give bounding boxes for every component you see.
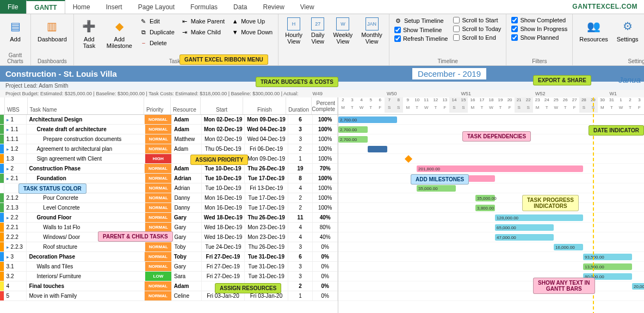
brand: GANTTEXCEL.COM bbox=[566, 0, 644, 14]
week-label: W49 bbox=[312, 91, 323, 96]
gear-icon: ⚙ bbox=[619, 17, 636, 35]
gantt-bar[interactable]: 128,000.00 bbox=[495, 214, 583, 221]
timeline-row bbox=[338, 144, 644, 154]
timeline-row: 201,800.00 bbox=[338, 164, 644, 174]
scroll-end-check[interactable]: Scroll to End bbox=[451, 34, 503, 41]
callout-track-budgets: TRACK BUDGETS & COSTS bbox=[256, 77, 338, 87]
hourly-view-button[interactable]: HHourly View bbox=[282, 16, 306, 46]
table-row[interactable]: ▸1.1Create draft of architectureNORMALAd… bbox=[0, 125, 338, 134]
table-row[interactable]: ▸1Architectural DesignNORMALAdamMon 02-D… bbox=[0, 115, 338, 125]
edit-button[interactable]: ✎Edit bbox=[138, 16, 177, 26]
calendar-icon: JAN bbox=[366, 17, 379, 30]
table-row[interactable]: 1.3Sign agreement with ClientHIGH-19Mon … bbox=[0, 154, 338, 164]
tab-formulas[interactable]: Formulas bbox=[183, 0, 226, 14]
calendar-icon: W bbox=[336, 17, 349, 30]
callout-show-text: SHOW ANY TEXT IN GANTT BARS bbox=[533, 278, 595, 294]
daily-view-button[interactable]: 27Daily View bbox=[308, 16, 327, 46]
gantt-bar[interactable]: 3,800.00 bbox=[475, 205, 495, 211]
make-parent-button[interactable]: ⇤Make Parent bbox=[179, 16, 227, 26]
tab-home[interactable]: Home bbox=[65, 0, 98, 14]
timeline-row: 73,800.00 bbox=[338, 174, 644, 183]
minus-icon: − bbox=[140, 39, 147, 47]
gantt-bar[interactable]: 16,000.00 bbox=[554, 244, 583, 250]
callout-assign-resources: ASSIGN RESOURCES bbox=[215, 283, 281, 293]
gantt-bar[interactable]: 35,000.00 bbox=[417, 185, 456, 192]
table-row[interactable]: 4Final touchesNORMALAdam02-Jan-2020% bbox=[0, 281, 338, 291]
table-header: WBS Task Name Priority Resource Start Fi… bbox=[0, 97, 338, 115]
week-label: W51 bbox=[461, 91, 471, 96]
timeline-row: 35,000.00 bbox=[338, 183, 644, 193]
timeline-row: 13,500.00 bbox=[338, 262, 644, 272]
show-completed-check[interactable]: Show Completed bbox=[510, 16, 569, 24]
chart-icon: ▤ bbox=[7, 17, 24, 35]
table-row[interactable]: 2.1.2Pour ConcreteNORMALDannyMon 16-Dec-… bbox=[0, 193, 338, 203]
dashboard-button[interactable]: ▥Dashboard bbox=[34, 16, 70, 44]
tab-gantt[interactable]: GANTT bbox=[26, 0, 65, 14]
table-row[interactable]: ▸1.2Agreement to architectural planNORMA… bbox=[0, 144, 338, 154]
refresh-timeline-check[interactable]: Refresh Timeline bbox=[393, 35, 450, 42]
tab-page-layout[interactable]: Page Layout bbox=[131, 0, 183, 14]
ribbon: ▤Add Gantt Charts ▥Dashboard Dashboards … bbox=[0, 14, 644, 66]
tab-file[interactable]: File bbox=[0, 0, 26, 14]
table-row[interactable]: ▸2.2Ground FloorNORMALGaryWed 18-Dec-19T… bbox=[0, 213, 338, 223]
timeline-row bbox=[338, 154, 644, 164]
gantt-bar[interactable] bbox=[368, 146, 387, 152]
timeline-row: 80,000.00 bbox=[338, 272, 644, 281]
calendar-icon: 27 bbox=[311, 17, 324, 30]
gantt-bar[interactable]: 201,800.00 bbox=[417, 165, 583, 172]
show-planned-check[interactable]: Show Planned bbox=[510, 34, 569, 41]
gantt-bar[interactable]: 13,500.00 bbox=[583, 263, 632, 270]
gantt-bar[interactable]: 65,000.00 bbox=[495, 224, 554, 231]
weekly-view-button[interactable]: WWeekly View bbox=[330, 16, 356, 46]
milestone-diamond[interactable] bbox=[405, 155, 412, 163]
diamond-icon: ◆ bbox=[110, 17, 128, 35]
table-row[interactable]: 2.1.3Level ConcreteNORMALDannyMon 16-Dec… bbox=[0, 203, 338, 213]
scroll-today-check[interactable]: Scroll to Today bbox=[451, 25, 503, 33]
timeline-next-month: Janua bbox=[618, 75, 641, 84]
setup-timeline-button[interactable]: ⚙Setup Timeline bbox=[393, 16, 450, 25]
show-inprogress-check[interactable]: Show In Progress bbox=[510, 25, 569, 33]
timeline-row: 65,000.00 bbox=[338, 223, 644, 232]
monthly-view-button[interactable]: JANMonthly View bbox=[358, 16, 386, 46]
timeline-row: 2,700.00 bbox=[338, 115, 644, 125]
people-icon: 👥 bbox=[585, 17, 602, 35]
table-row[interactable]: 3.2Interiors/ FurnitureLOWSaraFri 27-Dec… bbox=[0, 272, 338, 281]
project-title: Construction - St. Louis Villa bbox=[5, 69, 117, 78]
table-row[interactable]: ▸2Construction PhaseNORMALAdamTue 10-Dec… bbox=[0, 164, 338, 174]
table-row[interactable]: 5Move in with FamilyNORMALCelineFri 03-J… bbox=[0, 291, 338, 301]
gantt-bar[interactable]: 93,500.00 bbox=[583, 254, 632, 260]
callout-export-share: EXPORT & SHARE bbox=[533, 75, 591, 85]
table-row[interactable]: ▸2.1FoundationNORMALAdrianTue 10-Dec-19T… bbox=[0, 174, 338, 183]
pencil-icon: ✎ bbox=[140, 17, 147, 25]
gantt-bar[interactable]: 47,000.00 bbox=[495, 234, 554, 241]
tab-view[interactable]: View bbox=[293, 0, 323, 14]
settings-button[interactable]: ⚙Settings bbox=[614, 16, 642, 47]
tab-insert[interactable]: Insert bbox=[98, 0, 131, 14]
add-chart-button[interactable]: ▤Add bbox=[3, 16, 27, 44]
callout-assign-priority: ASSIGN PRIORITY bbox=[190, 155, 248, 165]
make-child-button[interactable]: ⇥Make Child bbox=[179, 27, 227, 37]
show-timeline-check[interactable]: Show Timeline bbox=[393, 26, 450, 34]
tab-review[interactable]: Review bbox=[255, 0, 292, 14]
gantt-bar[interactable]: 2,700.00 bbox=[338, 116, 397, 123]
table-row[interactable]: 1.1.1Prepare construction documentsNORMA… bbox=[0, 134, 338, 144]
gantt-bar[interactable]: 2,700.00 bbox=[338, 136, 368, 143]
scroll-start-check[interactable]: Scroll to Start bbox=[451, 16, 503, 24]
calendar-icon: H bbox=[287, 17, 300, 30]
add-task-button[interactable]: ➕Add Task bbox=[77, 16, 101, 50]
table-row[interactable]: ▸3Decoration PhaseNORMALTobyFri 27-Dec-1… bbox=[0, 252, 338, 262]
gantt-bar[interactable]: 20,000.00 bbox=[632, 283, 644, 290]
task-table: WBS Task Name Priority Resource Start Fi… bbox=[0, 97, 338, 313]
duplicate-button[interactable]: ⧉Duplicate bbox=[138, 27, 177, 37]
gantt-bar[interactable]: 35,000.00 bbox=[475, 195, 495, 201]
move-up-button[interactable]: ▲Move Up bbox=[229, 16, 275, 26]
move-down-button[interactable]: ▼Move Down bbox=[229, 27, 275, 37]
resources-button[interactable]: 👥Resources bbox=[576, 16, 611, 47]
table-row[interactable]: 3.1Walls and TilesNORMALGaryFri 27-Dec-1… bbox=[0, 262, 338, 272]
add-milestone-button[interactable]: ◆Add Milestone bbox=[103, 16, 135, 50]
tab-data[interactable]: Data bbox=[226, 0, 255, 14]
delete-button[interactable]: −Delete bbox=[138, 38, 177, 48]
timeline-month: December - 2019 bbox=[412, 68, 486, 79]
table-row[interactable]: ▸2.2.3Roof structureNORMALTobyTue 24-Dec… bbox=[0, 242, 338, 252]
gantt-bar[interactable]: 2,700.00 bbox=[338, 126, 368, 133]
